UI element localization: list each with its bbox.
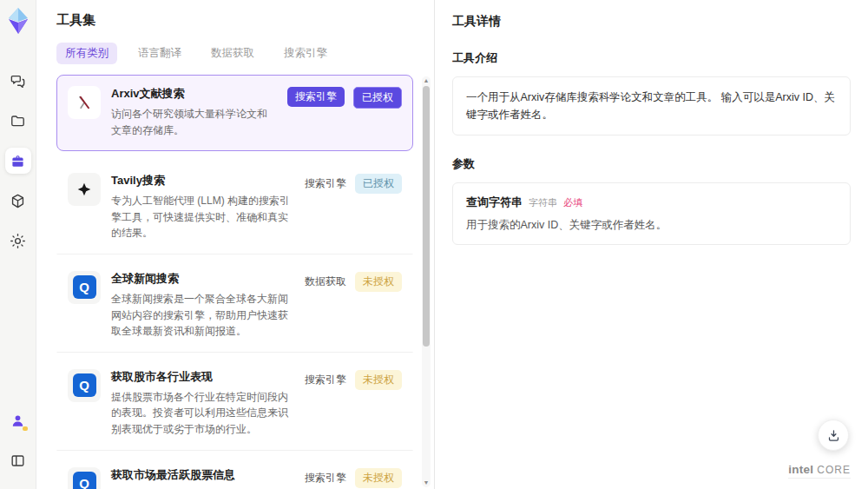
- status-badge: 未授权: [355, 272, 402, 292]
- parameter-item: 查询字符串 字符串 必填 用于搜索的Arxiv ID、关键字或作者姓名。: [452, 182, 851, 245]
- user-status-dot: [23, 426, 28, 431]
- finance-provider-icon: Q: [68, 369, 101, 402]
- download-button[interactable]: [818, 420, 849, 451]
- intel-core-logo: intel CORE: [788, 463, 851, 479]
- category-label: 数据获取: [305, 272, 346, 292]
- tool-detail-panel: 工具详情 工具介绍 一个用于从Arxiv存储库搜索科学论文和文章的工具。 输入可…: [434, 0, 868, 489]
- tavily-star-icon: [68, 173, 101, 206]
- news-provider-icon: Q: [68, 271, 101, 304]
- tool-card-tavily[interactable]: Tavily搜索 专为人工智能代理 (LLM) 构建的搜索引擎工具，可快速提供实…: [56, 162, 413, 254]
- cube-icon: [10, 193, 26, 209]
- scrollbar-down-icon[interactable]: ▼: [424, 479, 430, 487]
- tool-intro-text: 一个用于从Arxiv存储库搜索科学论文和文章的工具。 输入可以是Arxiv ID…: [452, 76, 851, 135]
- tool-card-sector-performance[interactable]: Q 获取股市各行业表现 提供股票市场各个行业在特定时间段内的表现。投资者可以利用…: [56, 358, 413, 451]
- sidebar-item-settings[interactable]: [5, 228, 31, 254]
- sidebar-item-files[interactable]: [5, 108, 31, 134]
- tool-description: 提供股票市场各个行业在特定时间段内的表现。投资者可以利用这些信息来识别表现优于或…: [111, 389, 294, 438]
- tool-description: 专为人工智能代理 (LLM) 构建的搜索引擎工具，可快速提供实时、准确和真实的结…: [111, 193, 294, 241]
- tab-data-fetch[interactable]: 数据获取: [202, 43, 263, 64]
- sidebar-item-packages[interactable]: [5, 188, 31, 214]
- param-description: 用于搜索的Arxiv ID、关键字或作者姓名。: [466, 218, 837, 233]
- tool-name: 获取股市各行业表现: [111, 369, 294, 385]
- tool-name: 全球新闻搜索: [111, 271, 294, 287]
- status-badge: 未授权: [355, 370, 402, 390]
- tab-search-engine[interactable]: 搜索引擎: [275, 43, 336, 64]
- tool-card-most-active-stocks[interactable]: Q 获取市场最活跃股票信息 提供当天交易量最高的股票列表，投资者可以利用这些信息…: [56, 456, 413, 489]
- tool-description: 全球新闻搜索是一个聚合全球各大新闻网站内容的搜索引擎，帮助用户快速获取全球最新资…: [111, 291, 294, 340]
- tool-card-global-news[interactable]: Q 全球新闻搜索 全球新闻搜索是一个聚合全球各大新闻网站内容的搜索引擎，帮助用户…: [56, 260, 413, 353]
- params-section-title: 参数: [452, 156, 851, 172]
- briefcase-icon: [10, 153, 26, 169]
- finance-provider-icon: Q: [68, 467, 101, 489]
- category-label: 搜索引擎: [305, 468, 346, 488]
- scrollbar-thumb[interactable]: [423, 86, 430, 347]
- intro-section-title: 工具介绍: [452, 50, 851, 66]
- tool-name: Arxiv文献搜索: [111, 86, 277, 102]
- download-icon: [826, 428, 841, 443]
- list-scrollbar[interactable]: ▲ ▼: [422, 76, 431, 487]
- category-badge: 搜索引擎: [287, 87, 345, 107]
- param-type: 字符串: [529, 196, 557, 209]
- sidebar-item-toolbox[interactable]: [5, 148, 31, 174]
- gear-icon: [10, 233, 26, 249]
- sidebar-item-chat[interactable]: [5, 68, 31, 94]
- left-rail: [0, 0, 36, 489]
- param-required-flag: 必填: [563, 196, 582, 209]
- panel-icon: [10, 453, 26, 469]
- tool-card-arxiv[interactable]: Arxiv文献搜索 访问各个研究领域大量科学论文和文章的存储库。 搜索引擎 已授…: [56, 75, 413, 151]
- sidebar-item-collapse[interactable]: [5, 447, 31, 473]
- tool-list-panel: 工具集 所有类别 语言翻译 数据获取 搜索引擎 Arxiv文献搜索 访问各个研究…: [36, 0, 434, 489]
- tool-name: 获取市场最活跃股票信息: [111, 467, 294, 483]
- status-badge: 已授权: [355, 174, 402, 194]
- sidebar-item-account[interactable]: [5, 407, 31, 433]
- param-name: 查询字符串: [466, 195, 523, 210]
- status-badge: 未授权: [355, 468, 402, 488]
- detail-title: 工具详情: [452, 14, 851, 30]
- tool-description: 访问各个研究领域大量科学论文和文章的存储库。: [111, 106, 277, 138]
- scrollbar-up-icon[interactable]: ▲: [424, 76, 430, 85]
- status-badge: 已授权: [353, 87, 402, 109]
- tool-name: Tavily搜索: [111, 173, 294, 188]
- app-logo-icon: [5, 7, 31, 35]
- folder-icon: [10, 113, 26, 129]
- app-window: 工具集 所有类别 语言翻译 数据获取 搜索引擎 Arxiv文献搜索 访问各个研究…: [0, 0, 868, 489]
- category-tabs: 所有类别 语言翻译 数据获取 搜索引擎: [56, 43, 413, 64]
- page-title: 工具集: [56, 12, 413, 29]
- tab-translation[interactable]: 语言翻译: [129, 43, 190, 64]
- tab-all-categories[interactable]: 所有类别: [56, 43, 117, 64]
- category-label: 搜索引擎: [305, 174, 346, 194]
- arxiv-logo-icon: [68, 86, 101, 119]
- chat-icon: [10, 73, 26, 89]
- category-label: 搜索引擎: [305, 370, 346, 390]
